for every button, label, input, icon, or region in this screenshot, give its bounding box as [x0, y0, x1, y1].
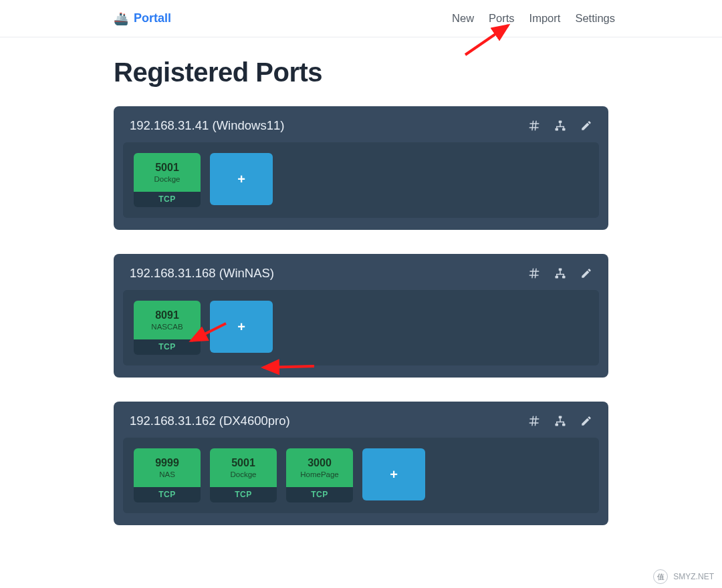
host-header: 192.168.31.162 (DX4600pro) — [114, 402, 608, 438]
host-label: WinNAS — [223, 266, 270, 280]
host-header: 192.168.31.41 (Windows11) — [114, 106, 608, 142]
port-number: 8091 — [155, 309, 179, 321]
host-label: DX4600pro — [223, 414, 286, 428]
watermark-text: SMYZ.NET — [673, 572, 714, 581]
port-card[interactable]: 9999 NAS TCP — [134, 448, 201, 502]
host-card: 192.168.31.41 (Windows11) 5001 Dockge TC… — [114, 106, 608, 230]
host-ip: 192.168.31.168 — [130, 266, 216, 280]
port-card-main[interactable]: 5001 Dockge — [210, 448, 277, 487]
port-card[interactable]: 8091 NASCAB TCP — [134, 301, 201, 355]
port-name: Dockge — [154, 175, 180, 183]
brand[interactable]: 🚢 Portall — [114, 11, 171, 26]
edit-icon[interactable] — [580, 120, 592, 132]
port-protocol: TCP — [134, 339, 201, 355]
hash-icon[interactable] — [528, 120, 540, 132]
ship-icon: 🚢 — [114, 11, 128, 26]
svg-rect-7 — [556, 424, 559, 426]
host-ip: 192.168.31.162 — [130, 414, 216, 428]
nav-ports[interactable]: Ports — [489, 12, 515, 25]
nav-links: New Ports Import Settings — [452, 12, 615, 25]
ports-row: 8091 NASCAB TCP + — [123, 290, 599, 365]
host-actions — [528, 267, 592, 279]
port-card[interactable]: 3000 HomePage TCP — [286, 448, 353, 502]
edit-icon[interactable] — [580, 267, 592, 279]
host-actions — [528, 415, 592, 427]
host-title: 192.168.31.162 (DX4600pro) — [130, 414, 290, 428]
svg-rect-5 — [562, 276, 566, 279]
svg-rect-4 — [556, 276, 559, 279]
nav-import[interactable]: Import — [529, 12, 561, 25]
host-actions — [528, 120, 592, 132]
ports-row: 9999 NAS TCP 5001 Dockge TCP 3000 HomePa… — [123, 438, 599, 513]
port-card-main[interactable]: 8091 NASCAB — [134, 301, 201, 339]
network-icon[interactable] — [554, 120, 567, 132]
add-port-button[interactable]: + — [362, 448, 425, 500]
host-label: Windows11 — [217, 118, 281, 132]
port-card-main[interactable]: 3000 HomePage — [286, 448, 353, 487]
network-icon[interactable] — [554, 415, 567, 427]
nav-new[interactable]: New — [452, 12, 474, 25]
port-number: 3000 — [308, 457, 332, 469]
port-protocol: TCP — [134, 487, 201, 502]
page-title: Registered Ports — [114, 57, 608, 88]
port-name: NAS — [159, 470, 175, 478]
port-number: 9999 — [155, 457, 179, 469]
page: Registered Ports 192.168.31.41 (Windows1… — [0, 37, 722, 576]
svg-rect-1 — [556, 128, 559, 131]
port-card[interactable]: 5001 Dockge TCP — [210, 448, 277, 502]
port-card-main[interactable]: 5001 Dockge — [134, 153, 201, 192]
host-header: 192.168.31.168 (WinNAS) — [114, 254, 608, 290]
host-title: 192.168.31.168 (WinNAS) — [130, 266, 274, 281]
port-protocol: TCP — [134, 192, 201, 207]
port-card[interactable]: 5001 Dockge TCP — [134, 153, 201, 207]
watermark-badge-icon: 值 — [653, 569, 668, 584]
port-protocol: TCP — [286, 487, 353, 502]
host-title: 192.168.31.41 (Windows11) — [130, 118, 284, 133]
port-number: 5001 — [155, 162, 179, 174]
add-port-button[interactable]: + — [210, 153, 273, 205]
nav-settings[interactable]: Settings — [575, 12, 615, 25]
network-icon[interactable] — [554, 267, 567, 279]
hash-icon[interactable] — [528, 415, 540, 427]
hash-icon[interactable] — [528, 267, 540, 279]
add-port-button[interactable]: + — [210, 301, 273, 353]
host-card: 192.168.31.168 (WinNAS) 8091 NASCAB TCP … — [114, 254, 608, 378]
topbar: 🚢 Portall New Ports Import Settings — [0, 0, 722, 37]
port-protocol: TCP — [210, 487, 277, 502]
svg-rect-3 — [559, 269, 562, 271]
svg-rect-8 — [562, 424, 566, 426]
host-card: 192.168.31.162 (DX4600pro) 9999 NAS TCP … — [114, 402, 608, 525]
edit-icon[interactable] — [580, 415, 592, 427]
ports-row: 5001 Dockge TCP + — [123, 142, 599, 218]
host-ip: 192.168.31.41 — [130, 118, 209, 132]
port-number: 5001 — [231, 457, 255, 469]
svg-rect-6 — [559, 416, 562, 419]
port-name: HomePage — [300, 470, 339, 478]
watermark: 值 SMYZ.NET — [653, 569, 714, 584]
port-card-main[interactable]: 9999 NAS — [134, 448, 201, 487]
svg-rect-2 — [562, 128, 566, 131]
port-name: NASCAB — [151, 323, 183, 331]
brand-name: Portall — [134, 11, 171, 25]
port-name: Dockge — [231, 470, 257, 478]
svg-rect-0 — [559, 121, 562, 124]
